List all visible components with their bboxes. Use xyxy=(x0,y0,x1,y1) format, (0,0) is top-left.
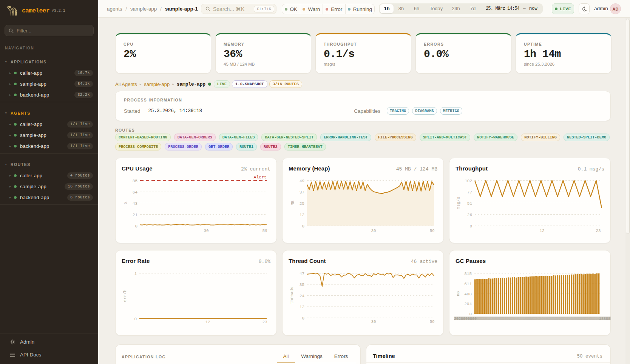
svg-text:24: 24 xyxy=(300,294,305,298)
svg-text:59: 59 xyxy=(429,319,434,324)
svg-text:37: 37 xyxy=(300,190,304,195)
svg-text:12: 12 xyxy=(300,305,304,309)
svg-text:0: 0 xyxy=(135,224,137,229)
svg-text:21: 21 xyxy=(133,213,138,217)
svg-text:0: 0 xyxy=(302,224,304,229)
svg-text:611: 611 xyxy=(464,282,472,286)
svg-text:ms: ms xyxy=(456,291,460,296)
svg-text:23: 23 xyxy=(596,229,601,233)
svg-text:12: 12 xyxy=(539,229,544,233)
svg-text:30: 30 xyxy=(371,229,376,233)
svg-text:1: 1 xyxy=(134,272,137,276)
svg-text:35: 35 xyxy=(300,283,304,287)
svg-text:30: 30 xyxy=(204,229,208,233)
svg-text:threads: threads xyxy=(290,287,294,304)
svg-text:0: 0 xyxy=(134,317,137,321)
svg-text:12: 12 xyxy=(205,320,210,324)
svg-text:51: 51 xyxy=(467,201,472,206)
svg-text:25: 25 xyxy=(300,201,304,206)
svg-text:64: 64 xyxy=(133,190,138,195)
svg-text:59: 59 xyxy=(262,229,267,233)
svg-text:30: 30 xyxy=(371,319,376,324)
svg-text:msg/s: msg/s xyxy=(456,197,461,209)
svg-text:408: 408 xyxy=(464,292,472,296)
svg-text:815: 815 xyxy=(464,272,472,276)
svg-text:23: 23 xyxy=(262,320,267,324)
svg-text:18888: 18888 xyxy=(599,317,610,321)
svg-text:200365302603102363600446035424: 2003653026031023636004460354242410200044… xyxy=(476,317,601,321)
svg-text:43: 43 xyxy=(133,201,137,206)
svg-text:26: 26 xyxy=(467,213,472,217)
svg-text:102: 102 xyxy=(465,179,472,183)
svg-text:12: 12 xyxy=(300,213,304,217)
svg-text:0: 0 xyxy=(469,312,472,316)
svg-text:77: 77 xyxy=(467,190,472,195)
svg-text:47: 47 xyxy=(300,272,304,276)
svg-text:59: 59 xyxy=(429,229,434,233)
svg-text:0: 0 xyxy=(469,224,472,229)
svg-text:2020000000: 2020000000 xyxy=(454,317,477,321)
svg-text:0: 0 xyxy=(302,316,304,321)
svg-text:85: 85 xyxy=(133,179,137,183)
svg-text:49: 49 xyxy=(300,179,304,183)
svg-text:Alert: Alert xyxy=(253,175,267,180)
svg-text:204: 204 xyxy=(464,302,472,306)
svg-text:err/h: err/h xyxy=(123,289,127,302)
svg-text:%: % xyxy=(124,201,128,204)
svg-text:MB: MB xyxy=(290,200,295,206)
